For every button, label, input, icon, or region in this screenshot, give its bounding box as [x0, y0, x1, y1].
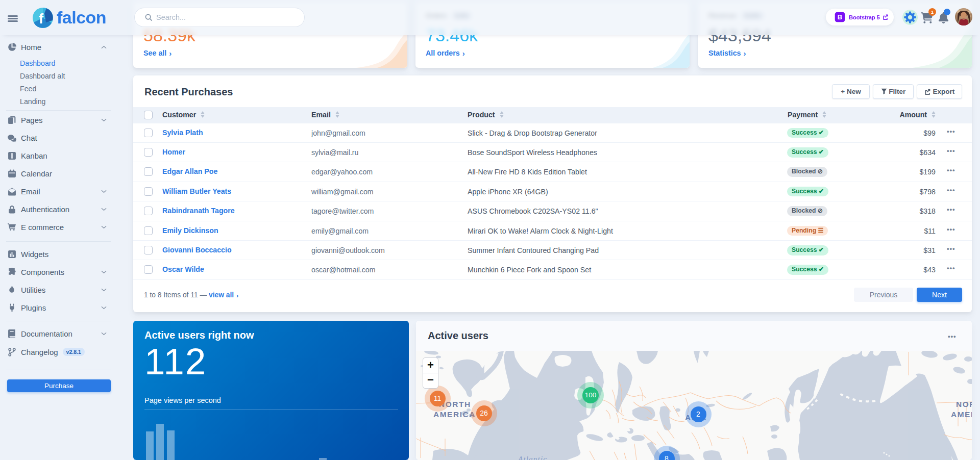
svg-text:B: B: [838, 13, 843, 21]
svg-text:f: f: [39, 11, 44, 27]
